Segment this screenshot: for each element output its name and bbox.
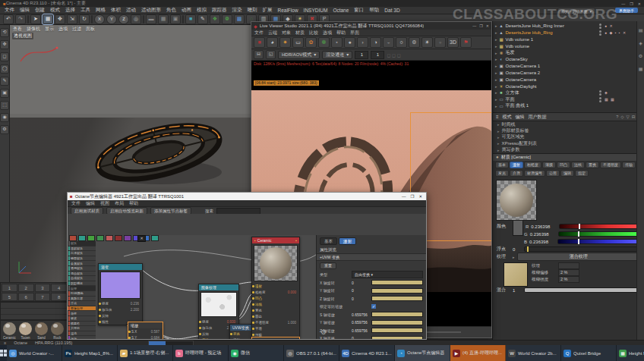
- node-row[interactable]: 圆边: [252, 313, 299, 319]
- node-row[interactable]: 不透明度1.000: [252, 319, 299, 325]
- expand-arrow-icon[interactable]: ▸: [495, 71, 497, 75]
- menu-item[interactable]: 窗口: [354, 7, 364, 14]
- side-tool-icon[interactable]: ✥: [0, 40, 9, 49]
- channel-tab[interactable]: 凹凸: [557, 162, 570, 168]
- property-field-row[interactable]: 锁定等比缩放 ✓: [317, 303, 426, 311]
- reset-button[interactable]: 重置: [320, 262, 336, 269]
- node-type-item[interactable]: 湍流: [68, 331, 96, 337]
- node-row[interactable]: 置换: [252, 307, 299, 313]
- property-field-row[interactable]: Y 轴旋转 0 ✓: [317, 287, 426, 295]
- mix-value[interactable]: 1: [513, 288, 522, 293]
- node-row[interactable]: 粗糙度0.000: [252, 289, 299, 295]
- node-row[interactable]: S.Y0.684: [128, 334, 163, 339]
- lv-close[interactable]: ✕: [486, 24, 489, 28]
- property-field-row[interactable]: S 轴缩放 0.659756 ✓: [317, 311, 426, 319]
- node-type-item[interactable]: 金属材质: [68, 261, 96, 266]
- expand-arrow-icon[interactable]: ▸: [495, 64, 497, 68]
- lv-toolbar-icon[interactable]: ▪: [331, 37, 343, 48]
- taskbar-item[interactable]: ▶ (4) 直播-哔哩哔哩...: [450, 345, 506, 361]
- channel-tab[interactable]: 基本: [495, 162, 509, 168]
- node-row[interactable]: 漫射: [252, 283, 299, 289]
- checkbox[interactable]: ✓: [371, 304, 376, 309]
- menu-item[interactable]: 选择: [65, 7, 75, 14]
- node-type-item[interactable]: 光泽材质: [68, 251, 96, 256]
- pass-spinner-1[interactable]: 1: [355, 51, 368, 59]
- lock-icon[interactable]: ⊟: [254, 50, 264, 59]
- property-slider[interactable]: [371, 328, 423, 333]
- lv-menu-item[interactable]: 选项: [323, 30, 332, 36]
- attribute-group-row[interactable]: ▸ 简写参数: [493, 147, 644, 153]
- palette-chip[interactable]: [106, 235, 113, 241]
- property-field-row[interactable]: Y 轴缩放 0.659756 ✓: [317, 319, 426, 327]
- menu-item[interactable]: 渲染: [232, 7, 242, 14]
- toolbar-icon[interactable]: ✥: [55, 14, 65, 24]
- toolbar-icon[interactable]: ◎: [131, 14, 141, 24]
- taskbar-item[interactable]: ◉ 微信: [229, 345, 284, 361]
- node-type-item[interactable]: 漫射材质: [68, 246, 96, 252]
- node-row[interactable]: 材质置换: [252, 337, 299, 339]
- object-row[interactable]: ▸ ▣ OctaneCamera 2: [493, 70, 644, 77]
- channel-b-value[interactable]: 0.236398: [529, 240, 555, 244]
- menu-item[interactable]: 文件: [5, 7, 14, 14]
- texture-button[interactable]: 混合纹理: [517, 253, 640, 261]
- side-tool-icon[interactable]: ⬚: [0, 101, 9, 110]
- visibility-dots[interactable]: [599, 24, 601, 29]
- quick-slot[interactable]: 8: [51, 293, 67, 301]
- menu-item[interactable]: 模式: [50, 7, 60, 14]
- node-row[interactable]: 强度0.236: [99, 300, 142, 306]
- menu-item[interactable]: RealFlow: [278, 8, 298, 13]
- expand-arrow-icon[interactable]: ▸: [495, 57, 497, 61]
- toolbar-icon[interactable]: ❁: [222, 14, 232, 24]
- side-tool-icon[interactable]: ◉: [0, 113, 9, 122]
- channel-tab[interactable]: 发光: [495, 170, 509, 177]
- menu-item[interactable]: 动画: [182, 7, 191, 14]
- node-type-item[interactable]: 图像纹理: [68, 306, 96, 312]
- taskbar-item[interactable]: b 哔哩哔哩 - 预定场: [173, 345, 229, 361]
- lv-menu-item[interactable]: 对象: [282, 30, 291, 36]
- expand-arrow-icon[interactable]: ▸: [495, 37, 497, 42]
- lv-menu-item[interactable]: 材质: [295, 30, 305, 36]
- attr-header-icon[interactable]: ?: [616, 115, 618, 119]
- menu-item[interactable]: 角色: [166, 7, 176, 14]
- taskbar-item[interactable]: ▰ 1:1场景整理-右侧...: [118, 345, 173, 361]
- node-type-item[interactable]: 合成材质: [68, 276, 96, 281]
- material-preview[interactable]: [496, 180, 537, 221]
- visibility-dots[interactable]: [599, 90, 601, 96]
- side-tool-icon[interactable]: ▣: [0, 89, 9, 98]
- ui-helper-button[interactable]: 界面助手: [615, 8, 638, 13]
- lv-toolbar-icon[interactable]: ◗: [357, 37, 368, 48]
- node-type-item[interactable]: 大理石: [68, 326, 96, 331]
- toolbar-icon[interactable]: Y: [106, 14, 117, 24]
- toolbar-icon[interactable]: ▬: [146, 14, 156, 24]
- attr-header-tab[interactable]: 用户数据: [529, 114, 547, 121]
- side-tool-icon[interactable]: ◻: [0, 52, 9, 61]
- side-tool-icon[interactable]: ◯: [0, 64, 9, 74]
- float-value[interactable]: 0: [513, 247, 522, 252]
- toolbar-icon[interactable]: ▣: [170, 14, 181, 24]
- object-row[interactable]: ▸ ▣ OctaneCamera 1: [493, 63, 644, 70]
- layout-dropdown[interactable]: 布局 - 启动界面▾: [557, 8, 595, 14]
- object-row[interactable]: ▸ ▣ OctaneCamera: [493, 76, 644, 83]
- attr-header-tab[interactable]: 编辑: [516, 114, 525, 121]
- side-tool-icon[interactable]: ✎: [0, 77, 9, 86]
- ne-menu-item[interactable]: 视图: [100, 200, 109, 207]
- property-slider[interactable]: [371, 312, 423, 317]
- node-canvas[interactable]: 渐变 强度0.236伽马值2.200反转线性 缩放 S.X0.587S.Y0.6…: [96, 235, 317, 339]
- expand-arrow-icon[interactable]: ▸: [495, 104, 497, 108]
- viewport-menu-item[interactable]: 查看: [13, 26, 22, 33]
- channel-tab[interactable]: 传输: [622, 162, 636, 168]
- palette-chip[interactable]: [87, 235, 95, 241]
- taskbar-item[interactable]: Q Quixel Bridge: [561, 345, 617, 361]
- viewport-menu-item[interactable]: 面板: [86, 26, 95, 33]
- toolbar-icon[interactable]: Z: [118, 14, 129, 24]
- quick-slot[interactable]: 7: [35, 293, 51, 301]
- property-slider[interactable]: [371, 288, 423, 294]
- quick-slot[interactable]: 3: [35, 284, 51, 292]
- taskbar-item[interactable]: ◎ World Creator -...: [7, 345, 62, 361]
- ne-close[interactable]: ✕: [418, 194, 422, 199]
- fit-icon[interactable]: ◱: [266, 50, 276, 59]
- palette-chip[interactable]: [96, 235, 104, 241]
- object-row[interactable]: ▸ ■ 立方体 ◈: [493, 89, 644, 96]
- viewport-menu-item[interactable]: 过滤: [72, 26, 81, 33]
- property-slider[interactable]: [371, 320, 423, 325]
